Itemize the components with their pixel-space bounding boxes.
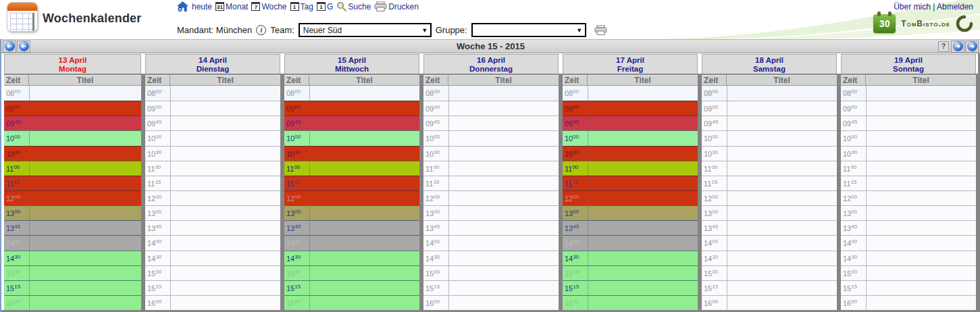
titel-cell[interactable] [588, 86, 698, 101]
time-cell-1100[interactable]: 1100 [423, 161, 448, 176]
time-cell-1115[interactable]: 1115 [145, 176, 170, 190]
titel-cell[interactable] [866, 101, 976, 115]
time-cell-0900[interactable]: 0900 [4, 101, 29, 115]
time-cell-1430[interactable]: 1430 [702, 251, 727, 265]
time-cell-1500[interactable]: 1500 [702, 265, 727, 280]
titel-cell[interactable] [727, 176, 837, 190]
titel-cell[interactable] [448, 280, 559, 295]
time-cell-1000[interactable]: 1000 [284, 130, 309, 145]
titel-cell[interactable] [866, 146, 976, 161]
time-cell-1100[interactable]: 1100 [702, 161, 727, 176]
time-cell-1300[interactable]: 1300 [423, 205, 448, 220]
titel-cell[interactable] [170, 295, 280, 310]
time-cell-1430[interactable]: 1430 [4, 251, 29, 265]
titel-cell[interactable] [170, 146, 280, 161]
time-cell-0900[interactable]: 0900 [702, 101, 727, 115]
titel-cell[interactable] [448, 265, 559, 280]
time-cell-0800[interactable]: 0800 [563, 86, 588, 101]
time-cell-1345[interactable]: 1345 [702, 220, 727, 235]
time-cell-1000[interactable]: 1000 [423, 130, 448, 145]
titel-cell[interactable] [866, 161, 976, 176]
time-cell-1115[interactable]: 1115 [563, 176, 588, 190]
titel-cell[interactable] [170, 220, 280, 235]
titel-cell[interactable] [448, 176, 559, 190]
titel-cell[interactable] [309, 265, 419, 280]
time-cell-1500[interactable]: 1500 [563, 265, 588, 280]
time-cell-1515[interactable]: 1515 [702, 280, 727, 295]
time-cell-1430[interactable]: 1430 [284, 251, 309, 265]
titel-cell[interactable] [866, 115, 976, 130]
time-cell-1345[interactable]: 1345 [841, 220, 866, 235]
time-cell-1345[interactable]: 1345 [284, 220, 309, 235]
titel-cell[interactable] [727, 235, 837, 250]
titel-cell[interactable] [170, 205, 280, 220]
titel-cell[interactable] [866, 190, 976, 205]
nav-monat[interactable]: 31 Monat [215, 2, 248, 11]
titel-cell[interactable] [727, 280, 837, 295]
time-cell-1400[interactable]: 1400 [4, 235, 29, 250]
time-cell-1430[interactable]: 1430 [145, 251, 170, 265]
titel-cell[interactable] [727, 265, 837, 280]
titel-cell[interactable] [588, 115, 698, 130]
time-cell-1515[interactable]: 1515 [423, 280, 448, 295]
titel-cell[interactable] [170, 101, 280, 115]
titel-cell[interactable] [29, 146, 141, 161]
time-cell-1430[interactable]: 1430 [423, 251, 448, 265]
titel-cell[interactable] [588, 280, 698, 295]
time-cell-0900[interactable]: 0900 [563, 101, 588, 115]
nav-heute[interactable]: heute [192, 2, 212, 11]
time-cell-1100[interactable]: 1100 [563, 161, 588, 176]
titel-cell[interactable] [170, 265, 280, 280]
time-cell-1200[interactable]: 1200 [563, 190, 588, 205]
time-cell-0945[interactable]: 0945 [284, 115, 309, 130]
titel-cell[interactable] [727, 146, 837, 161]
time-cell-1115[interactable]: 1115 [4, 176, 29, 190]
time-cell-1115[interactable]: 1115 [841, 176, 866, 190]
time-cell-0800[interactable]: 0800 [145, 86, 170, 101]
titel-cell[interactable] [588, 235, 698, 250]
time-cell-1115[interactable]: 1115 [423, 176, 448, 190]
time-cell-1000[interactable]: 1000 [841, 130, 866, 145]
titel-cell[interactable] [170, 251, 280, 265]
titel-cell[interactable] [727, 295, 837, 310]
time-cell-1300[interactable]: 1300 [4, 205, 29, 220]
titel-cell[interactable] [309, 235, 419, 250]
titel-cell[interactable] [588, 205, 698, 220]
time-cell-1300[interactable]: 1300 [841, 205, 866, 220]
time-cell-1400[interactable]: 1400 [284, 235, 309, 250]
titel-cell[interactable] [866, 220, 976, 235]
time-cell-1115[interactable]: 1115 [702, 176, 727, 190]
titel-cell[interactable] [170, 235, 280, 250]
time-cell-1515[interactable]: 1515 [145, 280, 170, 295]
time-cell-1400[interactable]: 1400 [702, 235, 727, 250]
titel-cell[interactable] [866, 176, 976, 190]
titel-cell[interactable] [29, 176, 141, 190]
titel-cell[interactable] [866, 280, 976, 295]
titel-cell[interactable] [309, 86, 419, 101]
titel-cell[interactable] [309, 220, 419, 235]
titel-cell[interactable] [29, 251, 141, 265]
time-cell-1345[interactable]: 1345 [423, 220, 448, 235]
time-cell-1500[interactable]: 1500 [284, 265, 309, 280]
time-cell-1400[interactable]: 1400 [145, 235, 170, 250]
time-cell-1600[interactable]: 1600 [563, 295, 588, 310]
next-week-button[interactable]: ➜ [951, 41, 964, 53]
titel-cell[interactable] [29, 235, 141, 250]
titel-cell[interactable] [170, 161, 280, 176]
titel-cell[interactable] [588, 146, 698, 161]
time-cell-1400[interactable]: 1400 [841, 235, 866, 250]
time-cell-1515[interactable]: 1515 [284, 280, 309, 295]
titel-cell[interactable] [727, 190, 837, 205]
titel-cell[interactable] [309, 101, 419, 115]
nav-drucken[interactable]: Drucken [374, 1, 419, 11]
titel-cell[interactable] [588, 265, 698, 280]
time-cell-0800[interactable]: 0800 [284, 86, 309, 101]
time-cell-1000[interactable]: 1000 [702, 130, 727, 145]
titel-cell[interactable] [309, 176, 419, 190]
time-cell-1030[interactable]: 1030 [563, 146, 588, 161]
time-cell-1030[interactable]: 1030 [841, 146, 866, 161]
titel-cell[interactable] [309, 115, 419, 130]
time-cell-1200[interactable]: 1200 [702, 190, 727, 205]
time-cell-1300[interactable]: 1300 [284, 205, 309, 220]
titel-cell[interactable] [448, 86, 559, 101]
